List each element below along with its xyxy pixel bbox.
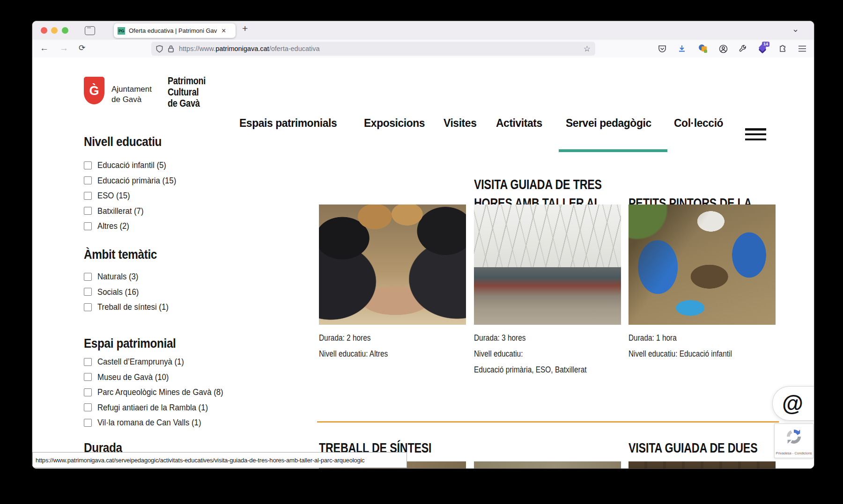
close-window-button[interactable] [41, 27, 47, 34]
shield-letter: G̀ [89, 84, 99, 98]
firefox-view-icon[interactable] [85, 26, 95, 35]
brand-line1: Patrimoni [168, 75, 206, 87]
filter-label: Castell d’Eramprunyà (1) [97, 357, 184, 367]
card-image-art-prehistoria[interactable] [474, 461, 621, 469]
ajuntament-logo-text[interactable]: Ajuntament de Gavà [111, 84, 152, 105]
recaptcha-badge[interactable]: Privadesa - Condicions [774, 424, 813, 458]
checkbox[interactable] [84, 388, 92, 396]
card-image-visita-tres-hores[interactable] [474, 205, 621, 325]
card-image-petits-pintors[interactable] [629, 205, 776, 325]
filter-label: Socials (16) [97, 287, 139, 297]
filter-group-title: Àmbit temàtic [84, 248, 157, 262]
active-nav-underline [559, 149, 667, 152]
card-image-visita-sensorial[interactable] [319, 205, 466, 325]
checkbox[interactable] [84, 192, 92, 200]
page-hamburger-icon[interactable] [745, 128, 766, 140]
translate-extension-icon[interactable] [698, 44, 708, 53]
nav-espais-patrimonials[interactable]: Espais patrimonials [239, 117, 337, 130]
card-meta: Durada: 2 hores Nivell educatiu: Altres [319, 330, 473, 362]
nav-servei-pedagogic[interactable]: Servei pedagògic [566, 117, 651, 130]
filter-option[interactable]: Socials (16) [84, 285, 281, 300]
recaptcha-icon [784, 427, 803, 446]
checkbox[interactable] [84, 303, 92, 311]
containers-badge: 14 [762, 42, 769, 47]
browser-window: PG Oferta educativa | Patrimoni Gav × + … [32, 21, 814, 469]
checkbox[interactable] [84, 222, 92, 230]
card-durada: Durada: 1 hora [629, 330, 764, 346]
checkbox[interactable] [84, 419, 92, 427]
containers-icon[interactable]: 14 [758, 44, 768, 53]
nav-activitats[interactable]: Activitats [496, 117, 542, 130]
active-tab[interactable]: PG Oferta educativa | Patrimoni Gav × [114, 23, 236, 38]
tab-bar: PG Oferta educativa | Patrimoni Gav × + … [32, 21, 814, 40]
bookmark-star-icon[interactable]: ☆ [584, 44, 591, 54]
contact-at-button[interactable]: @ [772, 386, 814, 421]
filter-label: Refugi antiaeri de la Rambla (1) [97, 402, 208, 413]
filter-option[interactable]: Treball de síntesi (1) [84, 299, 281, 315]
filter-option[interactable]: Refugi antiaeri de la Rambla (1) [84, 400, 281, 416]
pocket-icon[interactable] [658, 44, 667, 53]
checkbox[interactable] [84, 358, 92, 366]
card-meta: Durada: 1 hora Nivell educatiu: Educació… [629, 330, 783, 362]
filter-option[interactable]: Vil·la romana de Can Valls (1) [84, 415, 281, 431]
zoom-window-button[interactable] [62, 27, 68, 34]
filter-label: Treball de síntesi (1) [97, 302, 169, 312]
back-button[interactable]: ← [40, 43, 49, 53]
ajuntament-shield-logo[interactable]: G̀ [84, 77, 104, 104]
extensions-puzzle-icon[interactable] [778, 44, 787, 53]
filter-option[interactable]: Castell d’Eramprunyà (1) [84, 354, 281, 370]
status-url-tooltip: https://www.patrimonigava.cat/serveipeda… [32, 452, 407, 468]
new-tab-button[interactable]: + [242, 23, 248, 34]
card-nivell: Nivell educatiu: Altres [319, 346, 455, 362]
close-tab-icon[interactable]: × [222, 27, 226, 35]
filter-option[interactable]: ESO (15) [84, 188, 281, 204]
url-text[interactable]: https://www.patrimonigava.cat/oferta-edu… [179, 45, 320, 52]
filter-option[interactable]: Museu de Gavà (10) [84, 370, 281, 385]
checkbox[interactable] [84, 288, 92, 296]
filter-option[interactable]: Altres (2) [84, 219, 281, 234]
navigation-toolbar: ← → ⟳ https://www.patrimonigava.cat/ofer… [32, 40, 814, 58]
checkbox[interactable] [84, 161, 92, 169]
row-divider [317, 421, 779, 423]
tab-title: Oferta educativa | Patrimoni Gav [129, 27, 221, 34]
checkbox[interactable] [84, 373, 92, 381]
status-url-text: https://www.patrimonigava.cat/serveipeda… [36, 457, 364, 464]
account-icon[interactable] [718, 44, 728, 53]
list-tabs-icon[interactable]: ⌄ [792, 24, 799, 34]
nav-visites[interactable]: Visites [444, 117, 476, 130]
wrench-icon[interactable] [738, 44, 747, 53]
card-durada: Durada: 2 hores [319, 330, 455, 346]
card-nivell: Nivell educatiu: [474, 346, 610, 362]
filter-option[interactable]: Naturals (3) [84, 269, 281, 285]
download-icon[interactable] [677, 44, 687, 53]
nav-colleccio[interactable]: Col·lecció [674, 117, 723, 130]
reload-button[interactable]: ⟳ [79, 43, 85, 53]
card-nivell-extra: Educació primària, ESO, Batxillerat [474, 362, 610, 378]
url-domain: patrimonigava.cat [215, 45, 269, 52]
filter-label: Batxillerat (7) [97, 206, 143, 216]
url-bar[interactable]: https://www.patrimonigava.cat/oferta-edu… [151, 42, 595, 56]
filter-option[interactable]: Educació infantil (5) [84, 158, 281, 173]
filter-group-title: Espai patrimonial [84, 336, 176, 351]
checkbox[interactable] [84, 207, 92, 215]
nav-exposicions[interactable]: Exposicions [364, 117, 425, 130]
filter-option[interactable]: Batxillerat (7) [84, 204, 281, 219]
filter-label: Educació primària (15) [97, 175, 176, 186]
ajuntament-line1: Ajuntament [111, 84, 152, 95]
menu-icon[interactable] [798, 44, 807, 53]
filter-option[interactable]: Parc Arqueològic Mines de Gavà (8) [84, 385, 281, 400]
site-logo[interactable]: Patrimoni Cultural de Gavà [168, 75, 206, 109]
ajuntament-line2: de Gavà [111, 95, 152, 105]
minimize-window-button[interactable] [51, 27, 58, 34]
checkbox[interactable] [84, 176, 92, 184]
recaptcha-links[interactable]: Privadesa - Condicions [775, 451, 813, 455]
filter-option[interactable]: Educació primària (15) [84, 173, 281, 189]
card-nivell: Nivell educatiu: Educació infantil [629, 346, 764, 362]
shield-icon[interactable] [156, 45, 163, 53]
forward-button[interactable]: → [59, 43, 68, 53]
checkbox[interactable] [84, 273, 92, 281]
card-image-visita-dues-hores[interactable] [629, 461, 776, 469]
filter-group-title: Nivell educatiu [84, 135, 162, 149]
filter-label: Altres (2) [97, 221, 129, 231]
checkbox[interactable] [84, 403, 92, 411]
